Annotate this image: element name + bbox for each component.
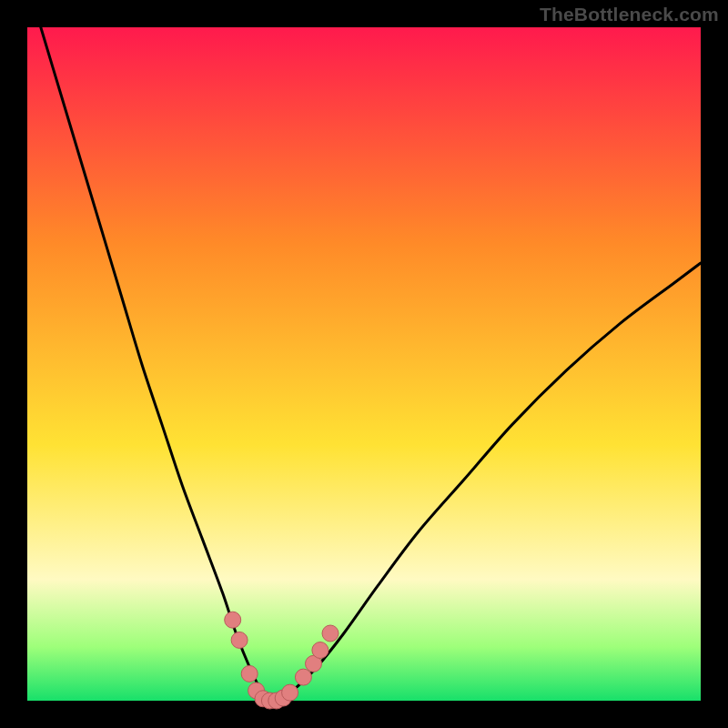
chart-frame: { "attribution": "TheBottleneck.com", "c… — [0, 0, 728, 728]
data-marker — [295, 669, 311, 685]
data-marker — [282, 684, 298, 701]
bottleneck-chart — [0, 0, 728, 728]
data-marker — [322, 625, 339, 642]
data-marker — [231, 632, 248, 648]
data-marker — [225, 612, 241, 628]
attribution-text: TheBottleneck.com — [540, 4, 719, 25]
plot-background — [27, 27, 701, 701]
data-marker — [241, 665, 258, 682]
data-marker — [312, 642, 329, 659]
